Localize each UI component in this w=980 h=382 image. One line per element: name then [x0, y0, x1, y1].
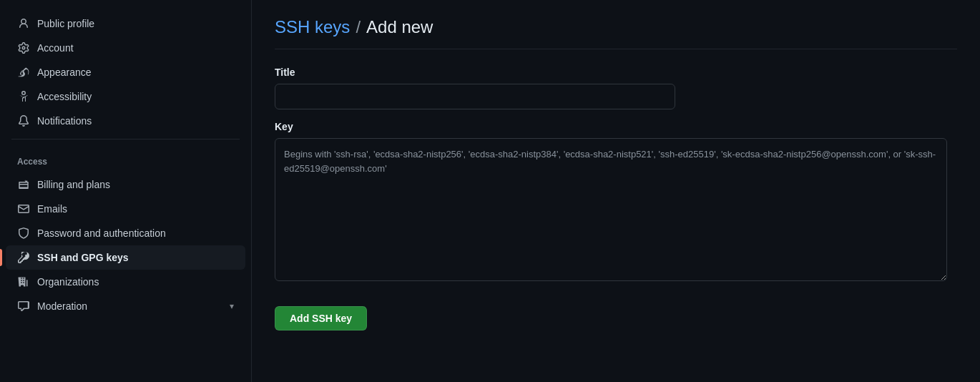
page-header: SSH keys / Add new [275, 17, 957, 49]
breadcrumb-separator: / [356, 17, 361, 37]
sidebar-item-account[interactable]: Account [6, 36, 245, 60]
sidebar-item-ssh-gpg[interactable]: SSH and GPG keys [6, 245, 245, 270]
accessibility-icon [17, 90, 30, 103]
title-label: Title [275, 67, 957, 78]
title-input[interactable] [275, 84, 675, 109]
sidebar-item-label: Password and authentication [37, 227, 166, 239]
sidebar-item-label: SSH and GPG keys [37, 252, 129, 263]
org-icon [17, 275, 30, 288]
main-content: SSH keys / Add new Title Key Add SSH key [252, 0, 980, 382]
sidebar-item-moderation[interactable]: Moderation ▾ [6, 294, 245, 318]
sidebar-item-organizations[interactable]: Organizations [6, 270, 245, 294]
sidebar-item-label: Account [37, 42, 74, 54]
person-icon [17, 17, 30, 30]
key-icon [17, 251, 30, 264]
key-textarea[interactable] [275, 138, 947, 281]
sidebar-item-label: Moderation [37, 300, 87, 312]
sidebar-item-emails[interactable]: Emails [6, 197, 245, 221]
sidebar-item-label: Accessibility [37, 91, 92, 102]
sidebar-item-label: Organizations [37, 276, 99, 288]
breadcrumb-link[interactable]: SSH keys [275, 17, 350, 37]
page-title: Add new [366, 17, 433, 37]
key-form-group: Key [275, 121, 957, 283]
sidebar-item-label: Billing and plans [37, 179, 110, 190]
sidebar-divider [11, 139, 240, 139]
sidebar-item-label: Emails [37, 203, 67, 215]
sidebar-item-public-profile[interactable]: Public profile [6, 11, 245, 36]
sidebar-item-label: Notifications [37, 115, 92, 127]
mail-icon [17, 202, 30, 215]
comment-icon [17, 300, 30, 313]
add-ssh-key-button[interactable]: Add SSH key [275, 306, 367, 330]
sidebar-item-label: Public profile [37, 18, 94, 29]
key-label: Key [275, 121, 957, 132]
credit-card-icon [17, 178, 30, 191]
gear-icon [17, 41, 30, 54]
sidebar: Public profile Account Appearance Access… [0, 0, 252, 382]
paintbrush-icon [17, 66, 30, 79]
chevron-down-icon: ▾ [230, 301, 234, 311]
sidebar-section-access-label: Access [0, 145, 251, 172]
bell-icon [17, 114, 30, 127]
sidebar-item-billing[interactable]: Billing and plans [6, 172, 245, 197]
sidebar-item-appearance[interactable]: Appearance [6, 60, 245, 84]
sidebar-item-label: Appearance [37, 67, 92, 78]
shield-icon [17, 227, 30, 240]
sidebar-item-notifications[interactable]: Notifications [6, 109, 245, 133]
title-form-group: Title [275, 67, 957, 109]
sidebar-item-password-auth[interactable]: Password and authentication [6, 221, 245, 245]
sidebar-item-accessibility[interactable]: Accessibility [6, 84, 245, 109]
